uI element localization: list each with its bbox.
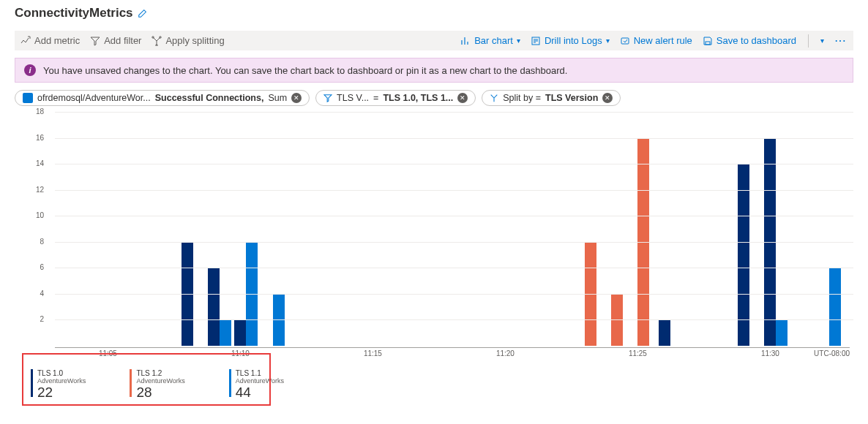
metric-pill[interactable]: ofrdemosql/AdventureWor... Successful Co…: [15, 90, 310, 106]
apply-splitting-button[interactable]: Apply splitting: [151, 35, 224, 46]
legend-swatch: [130, 369, 132, 397]
chevron-down-icon: ▾: [517, 37, 520, 45]
y-tick-label: 6: [40, 263, 44, 271]
banner-text: You have unsaved changes to the chart. Y…: [43, 65, 567, 76]
chevron-down-icon[interactable]: ▾: [820, 37, 824, 45]
legend-subtitle: AdventureWorks: [236, 377, 284, 385]
filter-prop-label: TLS V...: [337, 93, 369, 103]
new-alert-button[interactable]: New alert rule: [620, 35, 692, 46]
drill-logs-button[interactable]: Drill into Logs ▾: [531, 35, 610, 46]
split-prefix-label: Split by =: [503, 93, 541, 103]
funnel-icon: [323, 94, 332, 102]
x-tick-label: 11:15: [364, 349, 382, 357]
x-tick-label: 11:10: [231, 349, 250, 357]
barchart-icon: [460, 36, 471, 46]
legend-item[interactable]: TLS 1.2AdventureWorks28: [130, 369, 184, 401]
bar-plot: [55, 112, 850, 346]
x-tick-label: 11:30: [761, 349, 779, 357]
x-axis: 11:0511:1011:1511:2011:2511:30UTC-08:00: [55, 347, 850, 360]
filter-pill-row: ofrdemosql/AdventureWor... Successful Co…: [15, 90, 853, 106]
add-filter-label: Add filter: [104, 35, 141, 46]
y-tick-label: 10: [36, 211, 44, 219]
legend-value: 22: [37, 385, 86, 401]
legend-swatch: [229, 369, 231, 397]
apply-splitting-label: Apply splitting: [165, 35, 224, 46]
close-icon[interactable]: ✕: [602, 93, 613, 103]
chart-type-button[interactable]: Bar chart ▾: [460, 35, 520, 46]
legend-subtitle: AdventureWorks: [136, 377, 184, 385]
resource-icon: [23, 93, 33, 103]
bar[interactable]: [829, 268, 841, 346]
add-metric-button[interactable]: Add metric: [20, 35, 80, 46]
x-tick-label: 11:20: [496, 349, 515, 357]
bar[interactable]: [208, 268, 220, 346]
logs-icon: [531, 36, 541, 46]
x-tick-label: 11:25: [629, 349, 647, 357]
add-metric-icon: [20, 36, 31, 46]
chevron-down-icon: ▾: [606, 37, 610, 45]
metric-scope-label: ofrdemosql/AdventureWor...: [37, 93, 151, 103]
close-icon[interactable]: ✕: [457, 93, 468, 103]
info-icon: i: [24, 64, 36, 76]
bar[interactable]: [220, 319, 231, 346]
filter-vals-label: TLS 1.0, TLS 1...: [383, 93, 453, 103]
filter-eq-label: =: [373, 93, 378, 103]
y-tick-label: 8: [40, 238, 44, 246]
legend-subtitle: AdventureWorks: [37, 377, 86, 385]
y-tick-label: 14: [36, 159, 44, 167]
split-icon: [490, 94, 498, 102]
split-icon: [151, 36, 162, 46]
alert-icon: [620, 36, 630, 46]
metric-agg-label: Sum: [268, 93, 287, 103]
save-icon: [703, 36, 713, 46]
y-tick-label: 4: [40, 289, 44, 298]
chart-toolbar: Add metric Add filter Apply splitting Ba…: [15, 31, 853, 50]
y-tick-label: 12: [36, 186, 44, 194]
more-icon[interactable]: ⋯: [834, 34, 848, 48]
legend-series-label: TLS 1.0: [37, 369, 86, 377]
drill-logs-label: Drill into Logs: [545, 35, 602, 46]
new-alert-label: New alert rule: [634, 35, 692, 46]
add-metric-label: Add metric: [34, 35, 80, 46]
svg-rect-5: [706, 42, 710, 45]
split-val-label: TLS Version: [545, 93, 598, 103]
save-dashboard-label: Save to dashboard: [717, 35, 796, 46]
legend-series-label: TLS 1.1: [236, 369, 284, 377]
y-tick-label: 2: [40, 315, 44, 323]
chart-area: 24681012141618 11:0511:1011:1511:2011:25…: [15, 112, 853, 360]
bar[interactable]: [738, 164, 749, 346]
chart-type-label: Bar chart: [474, 35, 513, 46]
metric-name-label: Successful Connections,: [155, 93, 264, 103]
unsaved-changes-banner: i You have unsaved changes to the chart.…: [15, 58, 853, 83]
filter-icon: [90, 36, 100, 46]
bar[interactable]: [776, 319, 787, 346]
page-title: ConnectivityMetrics: [15, 6, 133, 20]
legend-series-label: TLS 1.2: [136, 369, 184, 377]
toolbar-separator: [808, 34, 809, 48]
legend: TLS 1.0AdventureWorks22TLS 1.2AdventureW…: [15, 363, 853, 405]
filter-pill[interactable]: TLS V... = TLS 1.0, TLS 1... ✕: [315, 90, 476, 106]
y-tick-label: 18: [36, 107, 44, 116]
legend-item[interactable]: TLS 1.0AdventureWorks22: [31, 369, 86, 401]
y-tick-label: 16: [36, 134, 44, 142]
legend-value: 28: [136, 385, 184, 401]
split-pill[interactable]: Split by = TLS Version ✕: [482, 90, 621, 106]
pencil-icon[interactable]: [138, 8, 148, 18]
legend-value: 44: [236, 385, 284, 401]
x-tick-label: 11:05: [99, 349, 117, 357]
bar[interactable]: [659, 319, 670, 346]
timezone-label: UTC-08:00: [814, 349, 850, 357]
legend-item[interactable]: TLS 1.1AdventureWorks44: [229, 369, 284, 401]
add-filter-button[interactable]: Add filter: [90, 35, 141, 46]
bar[interactable]: [234, 319, 246, 346]
save-dashboard-button[interactable]: Save to dashboard: [703, 35, 796, 46]
close-icon[interactable]: ✕: [291, 93, 302, 103]
legend-swatch: [31, 369, 33, 397]
svg-rect-4: [621, 38, 629, 44]
